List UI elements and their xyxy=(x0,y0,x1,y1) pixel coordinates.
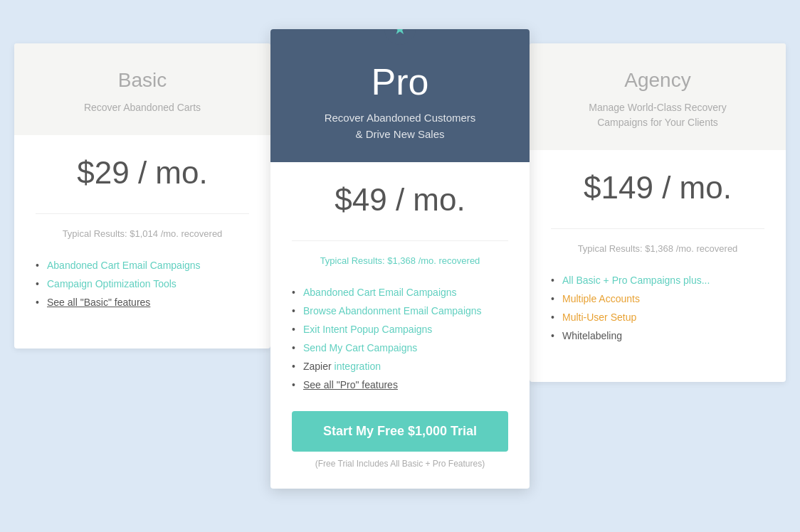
pro-feature-link-1[interactable]: Abandoned Cart Email Campaigns xyxy=(303,287,457,298)
agency-feature-link-3[interactable]: Multi-User Setup xyxy=(562,312,636,323)
list-item: Abandoned Cart Email Campaigns xyxy=(36,256,249,275)
agency-plan-body: $149 / mo. Typical Results: $1,368 /mo. … xyxy=(530,150,786,382)
pro-plan-name: Pro xyxy=(292,60,508,103)
basic-plan-name: Basic xyxy=(36,69,249,92)
agency-plan-card: Agency Manage World-Class RecoveryCampai… xyxy=(530,43,786,382)
list-item: Multi-User Setup xyxy=(551,308,764,326)
list-item: See all "Pro" features xyxy=(292,376,508,394)
zapier-integration-link[interactable]: integration xyxy=(335,361,381,372)
basic-divider xyxy=(36,213,249,214)
list-item: Multiple Accounts xyxy=(551,289,764,308)
agency-features-list: All Basic + Pro Campaigns plus... Multip… xyxy=(551,271,764,345)
pro-cta-note: (Free Trial Includes All Basic + Pro Fea… xyxy=(292,459,508,469)
agency-price-section: $149 / mo. xyxy=(551,170,764,217)
pro-price: $49 / mo. xyxy=(292,182,508,218)
pro-features-list: Abandoned Cart Email Campaigns Browse Ab… xyxy=(292,283,508,394)
list-item: Abandoned Cart Email Campaigns xyxy=(292,283,508,302)
agency-plan-name: Agency xyxy=(551,69,764,92)
list-item: All Basic + Pro Campaigns plus... xyxy=(551,271,764,289)
basic-plan-subtitle: Recover Abandoned Carts xyxy=(36,100,249,115)
list-item: Whitelabeling xyxy=(551,326,764,345)
agency-feature-text-4: Whitelabeling xyxy=(562,330,622,341)
pro-feature-link-2[interactable]: Browse Abandonment Email Campaigns xyxy=(303,305,482,316)
basic-features-list: Abandoned Cart Email Campaigns Campaign … xyxy=(36,256,249,312)
list-item: Browse Abandonment Email Campaigns xyxy=(292,302,508,320)
list-item: See all "Basic" features xyxy=(36,293,249,312)
basic-plan-header: Basic Recover Abandoned Carts xyxy=(14,43,270,135)
basic-feature-link-1[interactable]: Abandoned Cart Email Campaigns xyxy=(47,260,201,271)
pricing-container: Basic Recover Abandoned Carts $29 / mo. … xyxy=(14,43,786,489)
list-item: Campaign Optimization Tools xyxy=(36,275,249,293)
agency-feature-link-2[interactable]: Multiple Accounts xyxy=(562,293,640,304)
basic-typical-results: Typical Results: $1,014 /mo. recovered xyxy=(36,228,249,239)
pro-cta-button[interactable]: Start My Free $1,000 Trial xyxy=(292,411,508,452)
pro-plan-subtitle: Recover Abandoned Customers& Drive New S… xyxy=(292,110,508,142)
pro-feature-link-4[interactable]: Send My Cart Campaigns xyxy=(303,342,417,353)
basic-plan-body: $29 / mo. Typical Results: $1,014 /mo. r… xyxy=(14,135,270,349)
list-item: Zapier integration xyxy=(292,357,508,376)
pro-feature-link-3[interactable]: Exit Intent Popup Campaigns xyxy=(303,324,432,335)
agency-feature-link-1[interactable]: All Basic + Pro Campaigns plus... xyxy=(562,275,710,286)
pro-plan-body: $49 / mo. Typical Results: $1,368 /mo. r… xyxy=(270,162,530,489)
pro-typical-results: Typical Results: $1,368 /mo. recovered xyxy=(292,255,508,266)
zapier-text: Zapier xyxy=(303,361,335,372)
basic-plan-card: Basic Recover Abandoned Carts $29 / mo. … xyxy=(14,43,270,349)
basic-feature-link-3[interactable]: See all "Basic" features xyxy=(47,297,150,308)
basic-price: $29 / mo. xyxy=(36,155,249,191)
list-item: Send My Cart Campaigns xyxy=(292,339,508,357)
pro-divider xyxy=(292,240,508,241)
agency-plan-header: Agency Manage World-Class RecoveryCampai… xyxy=(530,43,786,150)
basic-price-section: $29 / mo. xyxy=(36,155,249,202)
pro-price-section: $49 / mo. xyxy=(292,182,508,229)
pro-feature-link-6[interactable]: See all "Pro" features xyxy=(303,379,398,390)
agency-divider xyxy=(551,228,764,229)
pro-plan-header: Pro Recover Abandoned Customers& Drive N… xyxy=(270,29,530,162)
list-item: Exit Intent Popup Campaigns xyxy=(292,320,508,339)
pro-plan-card: Pro Recover Abandoned Customers& Drive N… xyxy=(270,29,530,489)
basic-feature-link-2[interactable]: Campaign Optimization Tools xyxy=(47,278,177,289)
agency-typical-results: Typical Results: $1,368 /mo. recovered xyxy=(551,243,764,254)
agency-price: $149 / mo. xyxy=(551,170,764,206)
agency-plan-subtitle: Manage World-Class RecoveryCampaigns for… xyxy=(551,100,764,130)
